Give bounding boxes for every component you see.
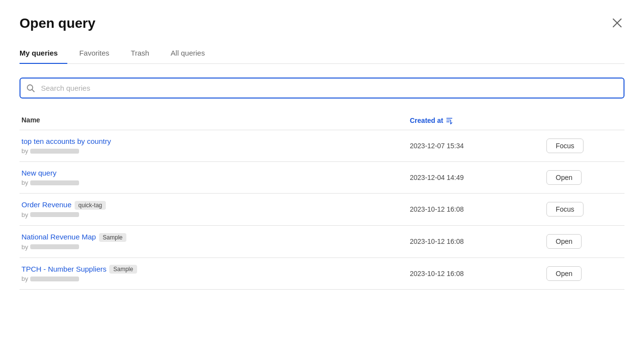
row-action-cell: Open <box>546 234 624 249</box>
dialog-title: Open query <box>20 16 96 31</box>
query-link[interactable]: top ten accounts by country <box>21 137 111 145</box>
svg-line-3 <box>32 89 34 91</box>
table-row: National Revenue MapSample by 2023-10-12… <box>20 226 624 258</box>
table-header: Name Created at <box>20 112 624 130</box>
row-name-cell: Order Revenuequick-tag by <box>20 200 410 218</box>
row-by: by <box>21 211 410 218</box>
row-date: 2023-10-12 16:08 <box>410 237 546 245</box>
query-link[interactable]: New query <box>21 169 57 177</box>
row-action-cell: Focus <box>546 202 624 217</box>
query-link[interactable]: National Revenue Map <box>21 233 96 241</box>
row-action-cell: Focus <box>546 138 624 153</box>
tab-favorites[interactable]: Favorites <box>79 44 119 64</box>
open-button[interactable]: Open <box>546 170 582 185</box>
row-date: 2023-12-07 15:34 <box>410 142 546 150</box>
table-row: Order Revenuequick-tag by 2023-10-12 16:… <box>20 194 624 226</box>
row-name-cell: National Revenue MapSample by <box>20 233 410 251</box>
row-by-placeholder <box>30 244 79 249</box>
col-action-header <box>546 116 624 125</box>
row-date: 2023-10-12 16:08 <box>410 205 546 213</box>
close-button[interactable] <box>610 16 624 32</box>
row-by: by <box>21 275 410 282</box>
tab-bar: My queries Favorites Trash All queries <box>20 44 624 64</box>
query-link[interactable]: TPCH - Number Suppliers <box>21 265 106 273</box>
row-by: by <box>21 147 410 155</box>
table-row: TPCH - Number SuppliersSample by 2023-10… <box>20 258 624 290</box>
row-name-cell: TPCH - Number SuppliersSample by <box>20 265 410 283</box>
close-icon <box>612 18 623 28</box>
col-created-header[interactable]: Created at <box>410 116 546 125</box>
row-date: 2023-10-12 16:08 <box>410 270 546 277</box>
row-name-cell: New query by <box>20 169 410 186</box>
search-icon <box>26 84 35 93</box>
row-tag: quick-tag <box>75 201 106 210</box>
focus-button[interactable]: Focus <box>546 138 584 153</box>
row-date: 2023-12-04 14:49 <box>410 174 546 181</box>
tab-trash[interactable]: Trash <box>131 44 159 64</box>
query-table: Name Created at top ten accounts by coun… <box>20 112 624 290</box>
row-by-placeholder <box>30 212 79 217</box>
table-row: New query by 2023-12-04 14:49 Open <box>20 162 624 194</box>
row-by: by <box>21 179 410 186</box>
query-link[interactable]: Order Revenue <box>21 200 72 209</box>
row-by-placeholder <box>30 180 79 185</box>
sort-icon <box>445 116 454 125</box>
open-button[interactable]: Open <box>546 266 582 281</box>
row-by: by <box>21 243 410 251</box>
row-action-cell: Open <box>546 266 624 281</box>
row-by-placeholder <box>30 149 79 154</box>
tab-all-queries[interactable]: All queries <box>171 44 215 64</box>
row-action-cell: Open <box>546 170 624 185</box>
row-name-cell: top ten accounts by country by <box>20 137 410 155</box>
search-container <box>20 78 624 99</box>
row-by-placeholder <box>30 277 79 281</box>
open-button[interactable]: Open <box>546 234 582 249</box>
tab-my-queries[interactable]: My queries <box>20 44 67 64</box>
search-input[interactable] <box>20 78 624 99</box>
open-query-dialog: Open query My queries Favorites Trash Al… <box>0 0 644 356</box>
col-name-header: Name <box>20 116 410 125</box>
row-tag: Sample <box>99 233 127 242</box>
row-tag: Sample <box>109 265 137 274</box>
focus-button[interactable]: Focus <box>546 202 584 217</box>
dialog-header: Open query <box>20 16 624 32</box>
table-row: top ten accounts by country by 2023-12-0… <box>20 130 624 162</box>
